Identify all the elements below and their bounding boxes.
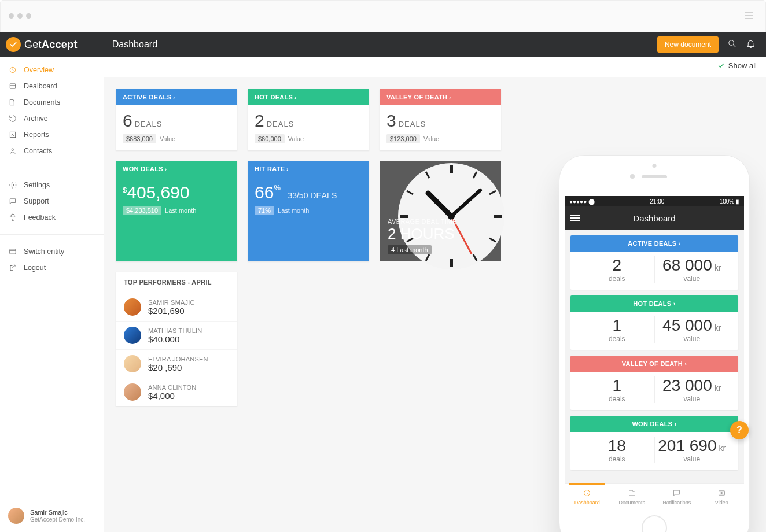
sidebar-item-overview[interactable]: Overview <box>0 62 104 78</box>
user-name: Samir Smajic <box>30 509 85 516</box>
show-all-toggle[interactable]: Show all <box>717 61 757 70</box>
sidebar-item-archive[interactable]: Archive <box>0 110 104 127</box>
phone-tab-documents[interactable]: Documents <box>610 484 655 510</box>
nav-icon <box>8 131 17 139</box>
bell-icon[interactable] <box>746 39 756 51</box>
phone-header: Dashboard <box>565 206 744 230</box>
tab-icon <box>583 489 591 498</box>
hit-header[interactable]: HIT RATE› <box>248 161 369 177</box>
won-header[interactable]: WON DEALS› <box>116 161 237 177</box>
nav-icon <box>8 247 17 256</box>
performer-row[interactable]: SAMIR SMAJIC$201,690 <box>116 293 237 322</box>
home-button[interactable] <box>642 515 667 532</box>
sidebar-item-documents[interactable]: Documents <box>0 94 104 110</box>
hot-deals-card: HOT DEALS› 2DEALS $60,000Value <box>248 89 369 150</box>
nav-icon <box>8 181 17 189</box>
sidebar: OverviewDealboardDocumentsArchiveReports… <box>0 57 104 532</box>
user-footer[interactable]: Samir Smajic GetAccept Demo Inc. <box>0 500 104 532</box>
avatar <box>8 508 24 524</box>
performer-row[interactable]: MATHIAS THULIN$40,000 <box>116 322 237 350</box>
performer-row[interactable]: ANNA CLINTON$4,000 <box>116 378 237 406</box>
sidebar-item-support[interactable]: Support <box>0 193 104 209</box>
check-icon <box>717 62 725 69</box>
top-performers-card: TOP PERFORMERS - APRIL SAMIR SMAJIC$201,… <box>116 272 237 406</box>
nav-icon <box>8 264 17 272</box>
phone-card[interactable]: ACTIVE DEALS ›2deals68 000krvalue <box>570 235 738 290</box>
user-org: GetAccept Demo Inc. <box>30 516 85 523</box>
traffic-lights <box>9 13 31 19</box>
nav-icon <box>8 114 17 123</box>
sidebar-item-logout[interactable]: Logout <box>0 260 104 276</box>
sidebar-item-reports[interactable]: Reports <box>0 127 104 143</box>
nav-icon <box>8 66 17 74</box>
search-icon[interactable] <box>727 39 737 51</box>
valley-card: VALLEY OF DEATH› 3DEALS $123,000Value <box>380 89 501 150</box>
performer-row[interactable]: ELVIRA JOHANSEN$20 ,690 <box>116 350 237 378</box>
browser-chrome <box>0 0 766 32</box>
avatar <box>124 383 141 401</box>
phone-card[interactable]: HOT DEALS ›1deals45 000krvalue <box>570 295 738 350</box>
svg-point-4 <box>12 149 14 151</box>
avatar <box>124 355 141 372</box>
nav-icon <box>8 197 17 205</box>
active-deals-card: ACTIVE DEALS› 6DEALS $683,000Value <box>116 89 237 150</box>
tab-icon <box>628 489 636 498</box>
won-deals-card: WON DEALS› $405,690 $4,233,510Last month <box>116 161 237 261</box>
hit-rate-card: HIT RATE› 66% 33/50 DEALS 71%Last month <box>248 161 369 261</box>
clock-icon <box>393 158 509 274</box>
svg-point-0 <box>729 40 734 45</box>
active-deals-header[interactable]: ACTIVE DEALS› <box>116 89 237 105</box>
sidebar-item-switch-entity[interactable]: Switch entity <box>0 243 104 260</box>
tab-icon <box>717 489 726 498</box>
hot-deals-header[interactable]: HOT DEALS› <box>248 89 369 105</box>
sidebar-item-feedback[interactable]: Feedback <box>0 209 104 226</box>
phone-tab-notifications[interactable]: Notifications <box>654 484 699 510</box>
tab-icon <box>672 489 681 498</box>
nav-icon <box>8 82 17 90</box>
logo-icon[interactable] <box>6 37 21 52</box>
help-button[interactable]: ? <box>730 421 749 439</box>
nav-icon <box>8 98 17 106</box>
svg-rect-2 <box>10 84 15 88</box>
sidebar-item-contacts[interactable]: Contacts <box>0 143 104 159</box>
valley-header[interactable]: VALLEY OF DEATH› <box>380 89 501 105</box>
phone-tab-dashboard[interactable]: Dashboard <box>565 484 610 510</box>
avg-deal-time-card: AVERAGE DEAL TIME 2 HOURS 4 Last month <box>380 161 501 261</box>
avatar <box>124 298 141 316</box>
new-document-button[interactable]: New document <box>657 36 719 53</box>
phone-card[interactable]: VALLEY OF DEATH ›1deals23 000krvalue <box>570 356 738 410</box>
phone-card[interactable]: WON DEALS ›18deals201 690krvalue <box>570 416 738 470</box>
svg-point-5 <box>12 184 14 186</box>
avatar <box>124 327 141 344</box>
page-title: Dashboard <box>112 39 157 50</box>
nav-icon <box>8 213 17 221</box>
phone-mockup: ●●●●● ⬤ 21:00 100% ▮ Dashboard ACTIVE DE… <box>559 155 750 532</box>
brand-name: GetAccept <box>24 39 78 51</box>
performers-title: TOP PERFORMERS - APRIL <box>116 272 237 293</box>
menu-icon[interactable] <box>745 12 753 19</box>
chevron-right-icon: › <box>173 95 175 101</box>
nav-icon <box>8 147 17 155</box>
phone-tab-video[interactable]: Video <box>699 484 745 510</box>
svg-rect-6 <box>9 249 16 254</box>
burger-icon[interactable] <box>570 215 580 221</box>
main-content: Show all ACTIVE DEALS› 6DEALS $683,000Va… <box>104 57 766 532</box>
phone-statusbar: ●●●●● ⬤ 21:00 100% ▮ <box>565 196 744 206</box>
app-header: GetAccept Dashboard New document <box>0 32 766 57</box>
sidebar-item-settings[interactable]: Settings <box>0 177 104 193</box>
sidebar-item-dealboard[interactable]: Dealboard <box>0 78 104 94</box>
